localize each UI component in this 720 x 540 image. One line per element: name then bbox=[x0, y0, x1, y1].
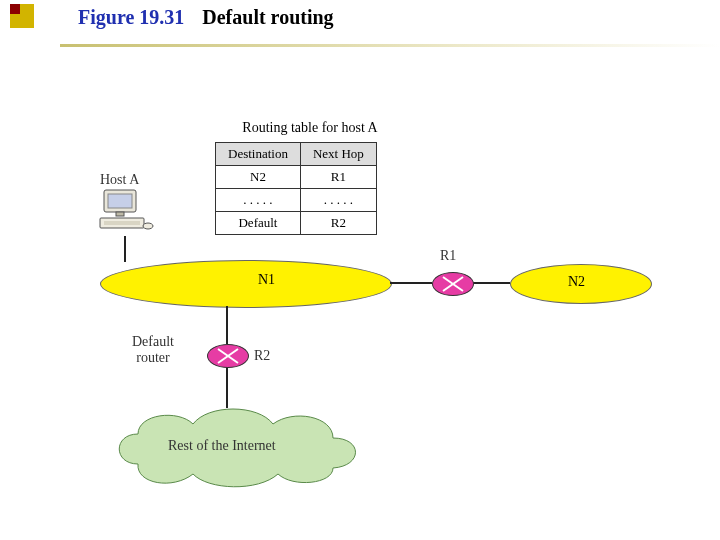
link-host-n1 bbox=[124, 236, 126, 262]
router-r1-label: R1 bbox=[440, 248, 456, 264]
svg-rect-4 bbox=[104, 221, 140, 225]
cell-dest: . . . . . bbox=[216, 189, 301, 212]
table-row: . . . . . . . . . . bbox=[216, 189, 377, 212]
table-row: Default R2 bbox=[216, 212, 377, 235]
svg-rect-2 bbox=[116, 212, 124, 216]
link-n1-r2 bbox=[226, 306, 228, 344]
cell-dest: Default bbox=[216, 212, 301, 235]
host-a-label: Host A bbox=[100, 172, 139, 188]
title-underline bbox=[60, 44, 720, 47]
network-n1-label: N1 bbox=[258, 272, 275, 288]
link-r1-n2 bbox=[472, 282, 510, 284]
network-n2-label: N2 bbox=[568, 274, 585, 290]
router-r2-icon bbox=[207, 344, 249, 368]
router-r1-icon bbox=[432, 272, 474, 296]
cell-hop: R1 bbox=[300, 166, 376, 189]
figure-number: Figure 19.31 bbox=[78, 6, 184, 28]
cell-hop: R2 bbox=[300, 212, 376, 235]
table-header-row: Destination Next Hop bbox=[216, 143, 377, 166]
diagram-stage: Routing table for host A Destination Nex… bbox=[0, 60, 720, 540]
col-destination: Destination bbox=[216, 143, 301, 166]
figure-title: Default routing bbox=[202, 6, 333, 28]
cell-hop: . . . . . bbox=[300, 189, 376, 212]
col-next-hop: Next Hop bbox=[300, 143, 376, 166]
link-n1-r1 bbox=[390, 282, 432, 284]
router-r2-label: R2 bbox=[254, 348, 270, 364]
default-router-label: Default router bbox=[132, 334, 174, 366]
cell-dest: N2 bbox=[216, 166, 301, 189]
table-row: N2 R1 bbox=[216, 166, 377, 189]
svg-rect-1 bbox=[108, 194, 132, 208]
desktop-computer-icon bbox=[98, 188, 154, 238]
link-r2-cloud bbox=[226, 366, 228, 408]
slide-bullet-icon bbox=[10, 4, 36, 30]
figure-title-row: Figure 19.31 Default routing bbox=[10, 6, 720, 33]
cloud-label: Rest of the Internet bbox=[168, 438, 276, 454]
svg-point-5 bbox=[143, 223, 153, 229]
routing-table: Destination Next Hop N2 R1 . . . . . . .… bbox=[215, 142, 377, 235]
network-n1 bbox=[100, 260, 392, 308]
routing-table-caption: Routing table for host A bbox=[215, 120, 405, 136]
